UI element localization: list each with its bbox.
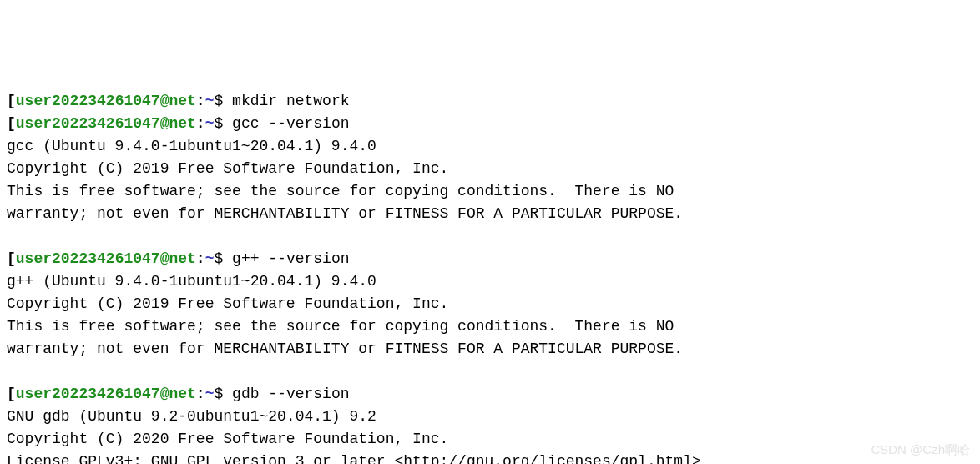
prompt-path: ~ (205, 386, 215, 402)
prompt-line: [user202234261047@net:~$ mkdir network (7, 90, 973, 113)
prompt-dollar: $ (214, 93, 232, 109)
prompt-at: @ (160, 115, 169, 132)
prompt-user: user202234261047 (16, 250, 160, 267)
command-text: mkdir network (232, 93, 349, 109)
prompt-user: user202234261047 (16, 386, 160, 402)
prompt-line: [user202234261047@net:~$ gdb --version (7, 383, 973, 406)
prompt-bracket: [ (7, 250, 16, 267)
prompt-bracket: [ (7, 115, 16, 132)
prompt-bracket: [ (7, 93, 16, 109)
prompt-host: net (169, 386, 195, 402)
output-line: GNU gdb (Ubuntu 9.2-0ubuntu1~20.04.1) 9.… (7, 406, 973, 428)
prompt-colon: : (196, 250, 205, 267)
prompt-user: user202234261047 (16, 93, 160, 109)
prompt-line: [user202234261047@net:~$ g++ --version (7, 248, 973, 270)
output-line: Copyright (C) 2020 Free Software Foundat… (7, 428, 973, 451)
prompt-host: net (169, 250, 195, 267)
command-text: gdb --version (232, 386, 349, 402)
output-line: gcc (Ubuntu 9.4.0-1ubuntu1~20.04.1) 9.4.… (7, 135, 973, 158)
prompt-user: user202234261047 (16, 115, 160, 132)
output-line: License GPLv3+: GNU GPL version 3 or lat… (7, 451, 973, 464)
output-line: warranty; not even for MERCHANTABILITY o… (7, 203, 973, 225)
prompt-colon: : (196, 115, 205, 132)
prompt-colon: : (196, 93, 205, 109)
command-text: gcc --version (232, 115, 349, 132)
prompt-path: ~ (205, 93, 215, 109)
prompt-colon: : (196, 386, 205, 402)
prompt-dollar: $ (214, 386, 232, 402)
prompt-dollar: $ (214, 115, 232, 132)
output-line: warranty; not even for MERCHANTABILITY o… (7, 338, 973, 361)
output-line: g++ (Ubuntu 9.4.0-1ubuntu1~20.04.1) 9.4.… (7, 270, 973, 293)
prompt-line: [user202234261047@net:~$ gcc --version (7, 113, 973, 135)
prompt-at: @ (160, 250, 169, 267)
output-line: Copyright (C) 2019 Free Software Foundat… (7, 293, 973, 315)
prompt-host: net (169, 115, 195, 132)
prompt-host: net (169, 93, 195, 109)
prompt-bracket: [ (7, 386, 16, 402)
prompt-at: @ (160, 386, 169, 402)
prompt-dollar: $ (214, 250, 232, 267)
command-text: g++ --version (232, 250, 349, 267)
output-line: Copyright (C) 2019 Free Software Foundat… (7, 158, 973, 180)
output-line (7, 225, 973, 248)
output-line: This is free software; see the source fo… (7, 315, 973, 338)
prompt-path: ~ (205, 115, 215, 132)
prompt-path: ~ (205, 250, 215, 267)
terminal-output[interactable]: [user202234261047@net:~$ mkdir network[u… (7, 90, 973, 464)
output-line: This is free software; see the source fo… (7, 180, 973, 203)
output-line (7, 361, 973, 383)
prompt-at: @ (160, 93, 169, 109)
